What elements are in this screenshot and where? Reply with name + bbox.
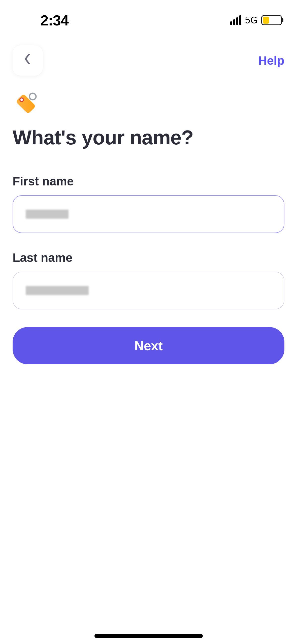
svg-point-2 (29, 93, 36, 100)
last-name-label: Last name (13, 251, 284, 265)
main-content: What's your name? First name Last name N… (0, 83, 297, 369)
battery-icon (261, 15, 282, 25)
last-name-redacted-value (26, 286, 89, 295)
cellular-signal-icon (230, 15, 241, 25)
first-name-group: First name (13, 174, 284, 233)
first-name-redacted-value (26, 210, 69, 219)
svg-rect-0 (16, 94, 36, 114)
status-time: 2:34 (15, 12, 69, 29)
page-icon-wrapper (13, 91, 284, 116)
chevron-left-icon (23, 53, 31, 68)
network-type: 5G (245, 15, 258, 26)
last-name-group: Last name (13, 251, 284, 309)
home-indicator[interactable] (94, 634, 203, 638)
first-name-field[interactable] (13, 195, 284, 233)
next-button[interactable]: Next (13, 327, 284, 364)
first-name-label: First name (13, 174, 284, 188)
back-button[interactable] (13, 45, 43, 76)
help-link[interactable]: Help (258, 54, 284, 68)
status-indicators: 5G (230, 15, 282, 26)
app-header: Help (0, 35, 297, 83)
tag-icon (13, 91, 38, 116)
status-bar: 2:34 5G (0, 0, 297, 35)
last-name-field[interactable] (13, 272, 284, 309)
page-title: What's your name? (13, 126, 284, 149)
